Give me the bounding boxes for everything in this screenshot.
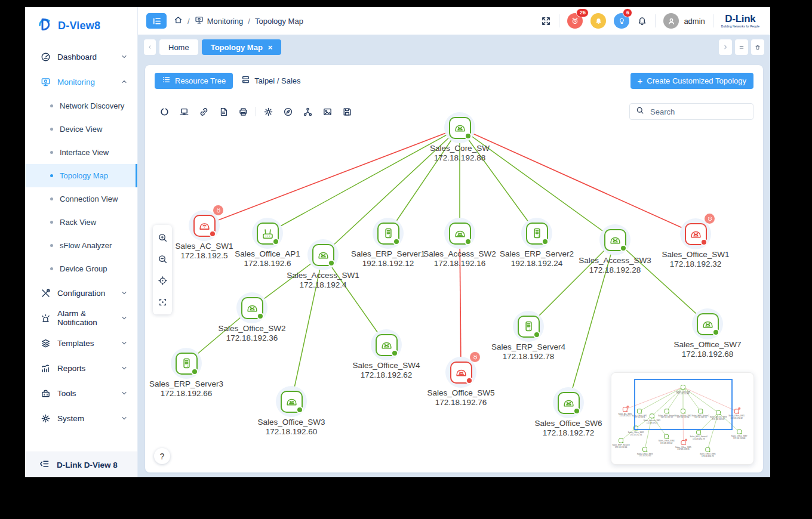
create-customized-topology-button[interactable]: + Create Customized Topology [630,73,753,89]
svg-text:172.18.192.78: 172.18.192.78 [693,438,705,440]
status-dot [393,238,400,245]
device-halo[interactable] [692,308,723,339]
device-halo[interactable] [171,348,202,379]
zoom-out-button[interactable] [153,248,172,270]
resource-tree-icon [162,75,171,86]
device-halo[interactable] [444,112,475,143]
bullet-icon [50,267,53,270]
help-button[interactable]: ? [154,448,170,464]
device-halo[interactable] [444,218,475,249]
device-halo[interactable] [373,218,404,249]
notification-bell-icon[interactable] [637,16,647,26]
tabs-scroll-left-button[interactable] [144,39,156,55]
compass-icon [283,107,293,117]
topology-button[interactable] [298,103,318,120]
fit-button[interactable] [153,291,172,313]
file-button[interactable] [214,103,233,120]
breadcrumb-topology-map[interactable]: Topology Map [255,17,303,26]
minimap[interactable]: Sales_Core_SW172.18.192.88Sales_AC_SW117… [611,372,754,465]
topology-map-canvas[interactable]: Sales_Core_SW172.18.192.88Sales_AC_SW117… [145,92,763,472]
tab-home[interactable]: Home [159,39,198,55]
sidebar-item-configuration[interactable]: Configuration [25,280,137,305]
search-input[interactable] [649,107,747,117]
sidebar-item-sflow-analyzer[interactable]: sFlow Analyzer [25,234,137,257]
critical-alarm-icon[interactable]: 26 [567,13,583,29]
status-dot [257,313,264,320]
ap-device-icon [257,223,279,245]
save-button[interactable] [337,103,357,120]
sidebar-item-device-group[interactable]: Device Group [25,257,137,280]
sidebar-item-reports[interactable]: Reports [25,356,137,381]
device-halo[interactable] [252,218,283,249]
sidebar-footer[interactable]: D-Link D-View 8 [25,452,137,477]
resource-tree-button[interactable]: Resource Tree [155,73,233,89]
close-tab-icon[interactable]: × [268,44,273,51]
device-halo[interactable] [371,329,402,360]
sidebar-toggle-button[interactable] [146,13,167,29]
tips-bulb-icon[interactable]: 6 [614,13,629,29]
tabs-scroll-right-button[interactable] [719,39,732,55]
close-tabs-trash-button[interactable] [751,39,764,55]
settings-button[interactable] [259,103,278,120]
image-button[interactable] [318,103,337,120]
tab-topology-map[interactable]: Topology Map× [202,39,282,55]
device-label: Sales_Office_SW4172.18.192.62 [321,361,452,379]
alarm-badge-icon [213,205,223,215]
fullscreen-icon[interactable] [541,16,551,26]
tabs-menu-button[interactable] [735,39,748,55]
sidebar-item-network-discovery[interactable]: Network Discovery [25,94,137,118]
chevron-down-icon [121,53,128,60]
sidebar-item-interface-view[interactable]: Interface View [25,141,137,164]
breadcrumb-home[interactable] [174,16,183,26]
device-name: Sales_Office_SW1 [630,250,761,260]
device-halo[interactable] [276,386,307,417]
refresh-button[interactable] [155,103,174,120]
switch-device-icon [376,334,398,356]
sidebar-item-connection-view[interactable]: Connection View [25,187,137,211]
topology-panel: Resource Tree Taipei / Sales + [145,65,763,472]
laptop-button[interactable] [174,103,194,120]
locate-button[interactable] [153,270,172,291]
device-halo[interactable] [513,311,544,342]
zoom-toolbar [153,225,172,314]
sidebar-item-device-view[interactable]: Device View [25,118,137,141]
device-name: Sales_Office_SW4 [321,361,452,370]
device-halo[interactable] [553,387,584,418]
breadcrumb-monitoring[interactable]: Monitoring [195,16,244,26]
reports-icon [41,363,51,373]
sidebar-item-monitoring[interactable]: Monitoring [25,69,137,94]
switch-device-icon [604,229,626,251]
status-dot [465,132,472,140]
sidebar-item-dashboard[interactable]: Dashboard [25,44,137,69]
link-button[interactable] [194,103,214,120]
tools-icon [41,388,51,398]
device-ip: 172.18.192.62 [321,370,452,380]
compass-button[interactable] [278,103,298,120]
bullet-icon [50,174,53,177]
device-halo[interactable] [445,357,476,388]
sidebar-item-rack-view[interactable]: Rack View [25,211,137,234]
device-name: Sales_Access_SW1 [257,271,389,280]
sidebar-item-alarm-notification[interactable]: Alarm & Notification [25,305,137,330]
device-halo[interactable] [236,292,267,323]
status-dot [466,377,473,384]
sidebar-item-tools[interactable]: Tools [25,381,137,406]
printer-button[interactable] [233,103,253,120]
zoom-in-button[interactable] [153,227,172,248]
switch-device-icon [685,223,707,245]
device-halo[interactable] [680,218,711,249]
user-menu[interactable]: admin [663,13,705,29]
sidebar-item-topology-map[interactable]: Topology Map [25,164,137,187]
server-device-icon [176,353,198,375]
zoom-out-icon [158,254,168,264]
toolbar-divider [256,107,256,116]
bullet-icon [50,104,53,107]
ac-device-icon [193,215,216,237]
device-halo[interactable] [599,224,630,255]
sidebar-item-system[interactable]: System [25,406,137,431]
device-halo[interactable] [521,218,552,249]
svg-text:192.18.192.24: 192.18.192.24 [694,416,707,419]
sidebar-item-templates[interactable]: Templates [25,330,137,356]
warning-bell-icon[interactable] [590,13,606,29]
device-halo[interactable] [189,210,220,241]
